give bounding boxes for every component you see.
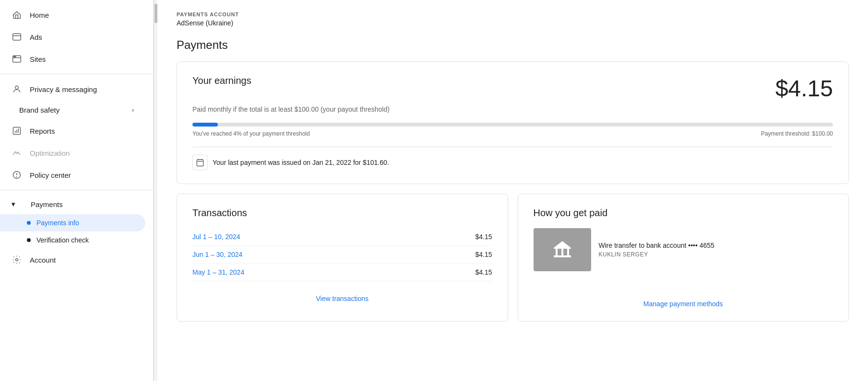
sidebar-item-reports-label: Reports xyxy=(30,127,55,135)
brand-safety-chevron: › xyxy=(132,107,134,114)
sidebar-item-account-label: Account xyxy=(30,256,56,264)
verification-check-dot xyxy=(27,238,31,242)
sidebar-item-ads[interactable]: Ads xyxy=(0,26,145,48)
sidebar-sub-payments-info[interactable]: Payments info xyxy=(0,214,145,231)
how-paid-title: How you get paid xyxy=(534,208,833,219)
sidebar-item-brand-safety[interactable]: Brand safety › xyxy=(0,100,145,120)
earnings-subtitle: Paid monthly if the total is at least $1… xyxy=(192,105,833,113)
payments-info-dot xyxy=(27,221,31,225)
svg-rect-23 xyxy=(561,249,563,255)
sidebar-item-payments[interactable]: ▾ Payments xyxy=(0,194,145,214)
page-title: Payments xyxy=(177,38,849,52)
progress-bar-fill xyxy=(192,123,218,127)
progress-bar-container xyxy=(192,123,833,127)
progress-label-right: Payment threshold: $100.00 xyxy=(761,130,833,137)
last-payment-text: Your last payment was issued on Jan 21, … xyxy=(213,159,389,166)
privacy-icon xyxy=(12,84,22,94)
sidebar-item-ads-label: Ads xyxy=(30,33,42,41)
transaction-link-0[interactable]: Jul 1 – 10, 2024 xyxy=(192,233,240,241)
reports-icon xyxy=(12,126,22,136)
view-transactions-section: View transactions xyxy=(192,285,492,302)
transaction-link-1[interactable]: Jun 1 – 30, 2024 xyxy=(192,251,242,258)
sidebar-item-home[interactable]: Home xyxy=(0,4,145,26)
earnings-card: Your earnings $4.15 Paid monthly if the … xyxy=(177,61,849,184)
optimization-icon xyxy=(12,148,22,158)
sidebar-item-sites-label: Sites xyxy=(30,55,46,63)
transaction-amount-0: $4.15 xyxy=(475,233,492,241)
sidebar-item-policy-center[interactable]: Policy center xyxy=(0,164,145,186)
transaction-amount-1: $4.15 xyxy=(475,251,492,258)
last-payment: Your last payment was issued on Jan 21, … xyxy=(192,147,833,170)
svg-point-5 xyxy=(15,57,16,58)
sites-icon xyxy=(12,54,22,64)
svg-rect-25 xyxy=(554,255,571,257)
svg-rect-22 xyxy=(556,249,558,255)
view-transactions-button[interactable]: View transactions xyxy=(316,295,369,302)
account-icon xyxy=(12,254,22,265)
progress-labels: You've reached 4% of your payment thresh… xyxy=(192,130,833,137)
sidebar-item-account[interactable]: Account xyxy=(0,249,145,271)
transaction-row-2: May 1 – 31, 2024 $4.15 xyxy=(192,264,492,281)
payments-account-value: AdSense (Ukraine) xyxy=(177,19,849,27)
bank-owner: KUKLIN SERGEY xyxy=(599,251,833,258)
sidebar-item-privacy-messaging[interactable]: Privacy & messaging xyxy=(0,78,145,100)
earnings-amount: $4.15 xyxy=(775,75,833,102)
manage-payment-section: Manage payment methods xyxy=(534,271,833,308)
sidebar: Home Ads Sites Priv xyxy=(0,0,154,381)
svg-rect-0 xyxy=(13,34,21,40)
transaction-link-2[interactable]: May 1 – 31, 2024 xyxy=(192,268,244,276)
payments-expand-icon: ▾ xyxy=(12,200,15,208)
svg-point-17 xyxy=(16,259,18,261)
two-col-section: Transactions Jul 1 – 10, 2024 $4.15 Jun … xyxy=(177,194,849,322)
main-content: PAYMENTS ACCOUNT AdSense (Ukraine) Payme… xyxy=(157,0,868,381)
bank-transfer-text: Wire transfer to bank account •••• 4655 xyxy=(599,242,833,249)
sidebar-item-payments-label: Payments xyxy=(31,200,63,208)
how-paid-card: How you get paid Wire transfer to bank a… xyxy=(518,194,849,322)
sidebar-divider-2 xyxy=(0,190,153,190)
sidebar-sub-payments-info-label: Payments info xyxy=(36,219,79,227)
policy-icon xyxy=(12,170,22,180)
transaction-row-1: Jun 1 – 30, 2024 $4.15 xyxy=(192,246,492,264)
sidebar-divider-1 xyxy=(0,74,153,74)
earnings-title: Your earnings xyxy=(192,75,251,86)
sidebar-sub-verification-check-label: Verification check xyxy=(36,236,89,244)
ads-icon xyxy=(12,32,22,42)
sidebar-sub-verification-check[interactable]: Verification check xyxy=(0,231,145,249)
progress-label-left: You've reached 4% of your payment thresh… xyxy=(192,130,310,137)
scroll-indicator[interactable] xyxy=(154,0,157,381)
svg-rect-24 xyxy=(567,249,569,255)
manage-payment-methods-button[interactable]: Manage payment methods xyxy=(643,300,723,308)
svg-point-4 xyxy=(14,57,15,58)
payments-account-label: PAYMENTS ACCOUNT xyxy=(177,12,849,17)
sidebar-item-sites[interactable]: Sites xyxy=(0,48,145,70)
svg-rect-18 xyxy=(197,160,203,166)
svg-point-14 xyxy=(17,177,17,177)
bank-details: Wire transfer to bank account •••• 4655 … xyxy=(599,242,833,258)
sidebar-item-brand-safety-label: Brand safety xyxy=(19,106,59,114)
transactions-title: Transactions xyxy=(192,208,492,219)
bank-info: Wire transfer to bank account •••• 4655 … xyxy=(534,228,833,271)
home-icon xyxy=(12,10,22,20)
sidebar-item-reports[interactable]: Reports xyxy=(0,120,145,142)
svg-point-6 xyxy=(15,86,19,89)
sidebar-item-policy-label: Policy center xyxy=(30,171,71,179)
transaction-amount-2: $4.15 xyxy=(475,268,492,276)
sidebar-item-optimization-label: Optimization xyxy=(30,149,70,157)
scroll-thumb xyxy=(155,4,157,23)
sidebar-item-optimization[interactable]: Optimization xyxy=(0,142,145,164)
sidebar-item-privacy-label: Privacy & messaging xyxy=(30,85,97,93)
sidebar-item-home-label: Home xyxy=(30,11,49,19)
calendar-icon xyxy=(192,155,208,170)
bank-icon xyxy=(534,228,591,271)
transaction-row-0: Jul 1 – 10, 2024 $4.15 xyxy=(192,228,492,246)
transactions-card: Transactions Jul 1 – 10, 2024 $4.15 Jun … xyxy=(177,194,508,322)
